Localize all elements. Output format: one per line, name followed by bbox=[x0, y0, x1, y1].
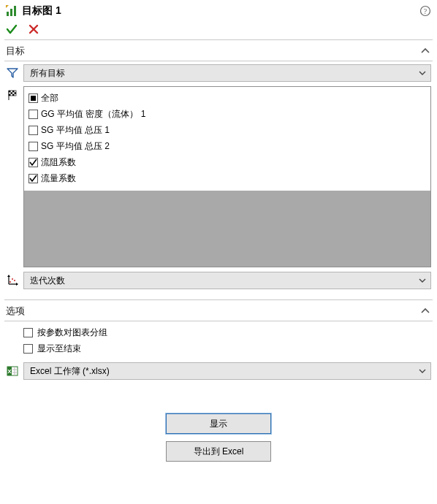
show-button-label: 显示 bbox=[210, 418, 227, 430]
goal-item[interactable]: 全部 bbox=[27, 90, 428, 106]
svg-rect-14 bbox=[15, 92, 17, 93]
goal-item[interactable]: GG 平均值 密度（流体） 1 bbox=[27, 106, 428, 122]
goals-listbox[interactable]: 全部GG 平均值 密度（流体） 1SG 平均值 总压 1SG 平均值 总压 2流… bbox=[23, 86, 431, 267]
confirm-icon[interactable] bbox=[6, 23, 18, 35]
dialog-title: 目标图 1 bbox=[22, 4, 419, 18]
goal-item[interactable]: SG 平均值 总压 1 bbox=[27, 122, 428, 138]
goal-label: SG 平均值 总压 1 bbox=[41, 124, 110, 137]
svg-marker-19 bbox=[7, 275, 10, 277]
checkbox-icon bbox=[28, 142, 38, 151]
section-header-options[interactable]: 选项 bbox=[0, 300, 437, 321]
svg-text:X: X bbox=[7, 368, 12, 375]
goal-label: 流量系数 bbox=[41, 172, 76, 185]
xaxis-combo[interactable]: 迭代次数 bbox=[23, 272, 431, 289]
goal-label: GG 平均值 密度（流体） 1 bbox=[41, 108, 145, 121]
export-excel-button[interactable]: 导出到 Excel bbox=[166, 441, 271, 462]
help-icon[interactable]: ? bbox=[419, 5, 431, 17]
goals-filter-value: 所有目标 bbox=[30, 67, 417, 80]
axis-icon bbox=[6, 272, 19, 289]
flag-icon bbox=[6, 86, 19, 267]
svg-rect-15 bbox=[9, 94, 11, 96]
svg-text:?: ? bbox=[424, 7, 428, 15]
checkbox-icon bbox=[28, 174, 38, 183]
svg-rect-13 bbox=[11, 92, 13, 93]
checkbox-icon bbox=[28, 158, 38, 167]
svg-marker-8 bbox=[7, 69, 18, 77]
collapse-icon[interactable] bbox=[419, 45, 431, 57]
xaxis-value: 迭代次数 bbox=[30, 275, 417, 287]
svg-rect-11 bbox=[9, 91, 11, 92]
svg-marker-20 bbox=[16, 283, 18, 286]
goal-label: 全部 bbox=[41, 92, 58, 104]
show-to-end-checkbox[interactable]: 显示至结束 bbox=[6, 340, 431, 356]
goal-item[interactable]: SG 平均值 总压 2 bbox=[27, 138, 428, 154]
svg-point-23 bbox=[14, 280, 15, 281]
svg-rect-16 bbox=[12, 94, 15, 96]
svg-point-21 bbox=[10, 281, 11, 283]
goal-item[interactable]: 流阻系数 bbox=[27, 154, 428, 170]
export-format-combo[interactable]: Excel 工作簿 (*.xlsx) bbox=[23, 362, 431, 380]
goal-label: SG 平均值 总压 2 bbox=[41, 140, 110, 153]
svg-rect-2 bbox=[14, 6, 16, 16]
section-header-goals[interactable]: 目标 bbox=[0, 40, 437, 61]
collapse-icon[interactable] bbox=[419, 305, 431, 317]
checkbox-icon bbox=[28, 126, 38, 135]
goal-item[interactable]: 流量系数 bbox=[27, 170, 428, 186]
group-by-param-checkbox[interactable]: 按参数对图表分组 bbox=[6, 324, 431, 340]
chevron-down-icon bbox=[417, 276, 428, 285]
checkbox-icon bbox=[23, 344, 33, 354]
svg-rect-0 bbox=[7, 12, 9, 16]
group-by-param-label: 按参数对图表分组 bbox=[37, 327, 107, 339]
excel-icon: X bbox=[6, 362, 19, 380]
show-button[interactable]: 显示 bbox=[166, 413, 271, 434]
svg-point-22 bbox=[12, 278, 13, 280]
filter-icon bbox=[6, 64, 19, 82]
svg-rect-1 bbox=[10, 9, 12, 16]
section-title-options: 选项 bbox=[6, 305, 419, 318]
chevron-down-icon bbox=[417, 69, 428, 77]
checkbox-icon bbox=[28, 110, 38, 119]
show-to-end-label: 显示至结束 bbox=[37, 343, 81, 355]
export-format-value: Excel 工作簿 (*.xlsx) bbox=[30, 365, 417, 378]
export-button-label: 导出到 Excel bbox=[194, 446, 244, 458]
goal-label: 流阻系数 bbox=[41, 156, 76, 169]
chevron-down-icon bbox=[417, 367, 428, 375]
checkbox-icon bbox=[23, 328, 33, 337]
goal-plot-icon bbox=[6, 5, 18, 17]
cancel-icon[interactable] bbox=[28, 23, 39, 35]
svg-marker-3 bbox=[6, 5, 9, 8]
svg-rect-12 bbox=[12, 91, 15, 92]
checkbox-icon bbox=[28, 93, 38, 103]
section-title-goals: 目标 bbox=[6, 45, 419, 58]
goals-filter-combo[interactable]: 所有目标 bbox=[23, 64, 431, 82]
